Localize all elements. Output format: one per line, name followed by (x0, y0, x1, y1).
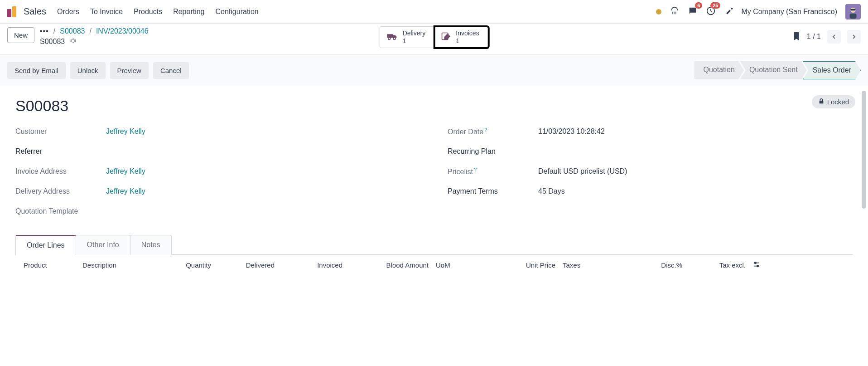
pager-next-button[interactable] (847, 30, 861, 44)
svg-rect-4 (850, 9, 855, 10)
invoice-address-value[interactable]: Jeffrey Kelly (106, 167, 145, 176)
quotation-template-label: Quotation Template (15, 207, 106, 215)
invoice-address-label: Invoice Address (15, 167, 106, 176)
th-product: Product (20, 261, 79, 269)
topbar-right: 6 25 My Company (San Francisco) (656, 4, 861, 20)
new-button[interactable]: New (7, 27, 34, 43)
breadcrumb: ••• / S00083 / INV/2023/00046 (40, 27, 149, 35)
th-uom: UoM (432, 261, 477, 269)
action-bar: Send by Email Unlock Preview Cancel Quot… (0, 54, 868, 86)
nav-to-invoice[interactable]: To Invoice (90, 8, 123, 16)
breadcrumb-link-2[interactable]: INV/2023/00046 (96, 27, 149, 35)
th-blood-amount: Blood Amount (346, 261, 432, 269)
nav-configuration[interactable]: Configuration (216, 8, 259, 16)
svg-rect-3 (850, 13, 857, 18)
status-sales-order[interactable]: Sales Order (803, 61, 861, 79)
referrer-label: Referrer (15, 147, 106, 156)
recurring-plan-label: Recurring Plan (448, 147, 538, 156)
help-icon[interactable]: ? (484, 127, 487, 132)
scrollbar[interactable] (862, 91, 866, 209)
status-flow: Quotation Quotation Sent Sales Order (694, 61, 861, 79)
status-quotation[interactable]: Quotation (694, 61, 743, 79)
send-email-button[interactable]: Send by Email (7, 62, 66, 79)
svg-point-7 (393, 38, 395, 40)
th-delivered: Delivered (215, 261, 278, 269)
topbar: Sales Orders To Invoice Products Reporti… (0, 0, 868, 24)
activity-icon[interactable]: 25 (706, 6, 716, 17)
adjust-columns-icon[interactable] (749, 261, 763, 269)
pager-prev-button[interactable] (827, 30, 841, 44)
company-selector[interactable]: My Company (San Francisco) (741, 8, 837, 16)
customer-label: Customer (15, 127, 106, 136)
customer-value[interactable]: Jeffrey Kelly (106, 127, 145, 136)
truck-icon (386, 32, 398, 42)
smart-buttons: Delivery 1 Invoices 1 (380, 26, 489, 48)
nav-products[interactable]: Products (134, 8, 162, 16)
pricelist-value: Default USD pricelist (USD) (538, 167, 627, 176)
th-disc: Disc.% (609, 261, 686, 269)
phone-icon[interactable] (670, 6, 680, 17)
table-header-row: Product Description Quantity Delivered I… (15, 255, 853, 273)
payment-terms-value: 45 Days (538, 187, 565, 195)
breadcrumb-link-1[interactable]: S00083 (60, 27, 85, 35)
chat-badge: 6 (695, 2, 702, 9)
tools-icon[interactable] (724, 6, 733, 17)
breadcrumb-current: S00083 (40, 38, 65, 46)
bookmark-icon[interactable] (792, 31, 800, 43)
th-description: Description (79, 261, 160, 269)
nav-reporting[interactable]: Reporting (173, 8, 204, 16)
app-title[interactable]: Sales (24, 6, 46, 17)
breadcrumb-bar: New ••• / S00083 / INV/2023/00046 S00083… (0, 24, 868, 54)
edit-icon (440, 32, 451, 42)
order-date-value: 11/03/2023 10:28:42 (538, 127, 605, 136)
gear-icon[interactable] (69, 37, 77, 46)
pager-text: 1 / 1 (807, 33, 821, 41)
th-unit-price: Unit Price (477, 261, 559, 269)
th-quantity: Quantity (160, 261, 215, 269)
record-title: S00083 (15, 97, 853, 115)
breadcrumb-dots[interactable]: ••• (40, 27, 49, 35)
locked-badge: Locked (812, 95, 855, 108)
tab-other-info[interactable]: Other Info (76, 235, 130, 255)
cancel-button[interactable]: Cancel (153, 62, 189, 79)
chat-icon[interactable]: 6 (688, 6, 698, 17)
svg-rect-5 (387, 34, 393, 38)
pricelist-label: Pricelist? (448, 167, 538, 176)
tab-notes[interactable]: Notes (130, 235, 172, 255)
svg-point-10 (755, 262, 757, 264)
nav-orders[interactable]: Orders (57, 8, 79, 16)
user-avatar[interactable] (845, 4, 861, 20)
lock-icon (818, 98, 825, 106)
preview-button[interactable]: Preview (110, 62, 149, 79)
status-dot-icon[interactable] (656, 9, 661, 15)
status-quotation-sent[interactable]: Quotation Sent (740, 61, 807, 79)
svg-point-6 (388, 38, 391, 40)
th-tax-excl: Tax excl. (686, 261, 749, 269)
smart-button-invoices[interactable]: Invoices 1 (434, 26, 488, 48)
delivery-address-label: Delivery Address (15, 187, 106, 195)
th-invoiced: Invoiced (278, 261, 346, 269)
tab-order-lines[interactable]: Order Lines (15, 235, 76, 255)
order-date-label: Order Date? (448, 127, 538, 136)
payment-terms-label: Payment Terms (448, 187, 538, 195)
form-body: Locked S00083 Customer Jeffrey Kelly Ref… (0, 86, 868, 283)
tabs: Order Lines Other Info Notes (15, 234, 853, 255)
unlock-button[interactable]: Unlock (70, 62, 106, 79)
form-right-col: Order Date? 11/03/2023 10:28:42 Recurrin… (448, 126, 853, 225)
app-icon[interactable] (7, 5, 20, 18)
nav-menu: Orders To Invoice Products Reporting Con… (57, 8, 259, 16)
svg-rect-9 (819, 101, 823, 103)
smart-button-delivery[interactable]: Delivery 1 (380, 26, 434, 48)
svg-point-11 (757, 265, 759, 267)
form-left-col: Customer Jeffrey Kelly Referrer Invoice … (15, 126, 420, 225)
th-taxes: Taxes (559, 261, 609, 269)
activity-badge: 25 (710, 2, 720, 9)
delivery-address-value[interactable]: Jeffrey Kelly (106, 187, 145, 195)
help-icon[interactable]: ? (474, 167, 477, 172)
